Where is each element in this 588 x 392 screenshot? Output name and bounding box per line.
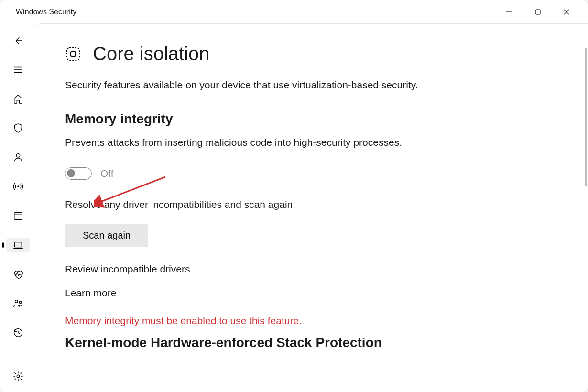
sidebar — [0, 23, 36, 392]
window-title: Windows Security — [16, 8, 76, 16]
gear-icon — [13, 371, 23, 381]
family-icon — [13, 298, 23, 309]
nav-app-browser[interactable] — [6, 208, 30, 223]
review-incompatible-drivers-link[interactable]: Review incompatible drivers — [65, 261, 428, 277]
svg-point-12 — [15, 300, 18, 303]
stack-protection-warning: Memory integrity must be enabled to use … — [65, 315, 428, 327]
toggle-state-label: Off — [100, 168, 114, 179]
core-isolation-icon — [65, 46, 81, 62]
nav-firewall[interactable] — [6, 179, 30, 194]
back-arrow-icon — [13, 35, 23, 46]
svg-point-7 — [16, 154, 20, 157]
stack-protection-title: Kernel-mode Hardware-enforced Stack Prot… — [65, 335, 428, 350]
titlebar: Windows Security — [0, 0, 588, 23]
resolve-text: Resolve any driver incompatibilities and… — [65, 199, 428, 210]
svg-rect-15 — [67, 48, 79, 60]
nav-settings[interactable] — [6, 369, 30, 384]
memory-integrity-toggle[interactable] — [65, 167, 92, 180]
toggle-knob — [67, 169, 75, 177]
nav-device-security[interactable] — [6, 238, 30, 252]
home-icon — [13, 94, 23, 104]
maximize-button[interactable] — [523, 0, 552, 23]
svg-point-13 — [19, 301, 22, 304]
minimize-button[interactable] — [495, 0, 523, 23]
svg-point-8 — [17, 186, 19, 188]
scan-again-button[interactable]: Scan again — [65, 224, 148, 247]
window-controls — [495, 0, 581, 23]
shield-icon — [13, 123, 23, 133]
memory-integrity-description: Prevents attacks from inserting maliciou… — [65, 135, 428, 150]
learn-more-link[interactable]: Learn more — [65, 285, 428, 301]
scrollbar[interactable] — [585, 48, 587, 186]
menu-button[interactable] — [6, 62, 30, 77]
svg-point-14 — [17, 375, 20, 378]
page-description: Security features available on your devi… — [65, 78, 428, 92]
content-area: Core isolation Security features availab… — [36, 23, 588, 392]
history-icon — [13, 327, 23, 338]
svg-rect-11 — [15, 242, 22, 247]
nav-account-protection[interactable] — [6, 150, 30, 165]
svg-rect-1 — [535, 10, 540, 14]
hamburger-icon — [13, 65, 23, 75]
antenna-icon — [13, 181, 23, 192]
svg-rect-9 — [14, 212, 22, 219]
laptop-icon — [13, 240, 23, 250]
nav-virus-threat[interactable] — [6, 121, 30, 136]
nav-protection-history[interactable] — [6, 326, 30, 340]
page-title: Core isolation — [93, 43, 210, 65]
close-button[interactable] — [552, 0, 581, 23]
nav-device-performance[interactable] — [6, 267, 30, 282]
back-button[interactable] — [6, 33, 30, 48]
memory-integrity-title: Memory integrity — [65, 111, 428, 127]
nav-family-options[interactable] — [6, 296, 30, 311]
heart-pulse-icon — [13, 269, 23, 280]
svg-rect-16 — [71, 52, 76, 56]
nav-home[interactable] — [6, 91, 30, 106]
account-icon — [13, 152, 23, 163]
window-icon — [13, 211, 23, 221]
